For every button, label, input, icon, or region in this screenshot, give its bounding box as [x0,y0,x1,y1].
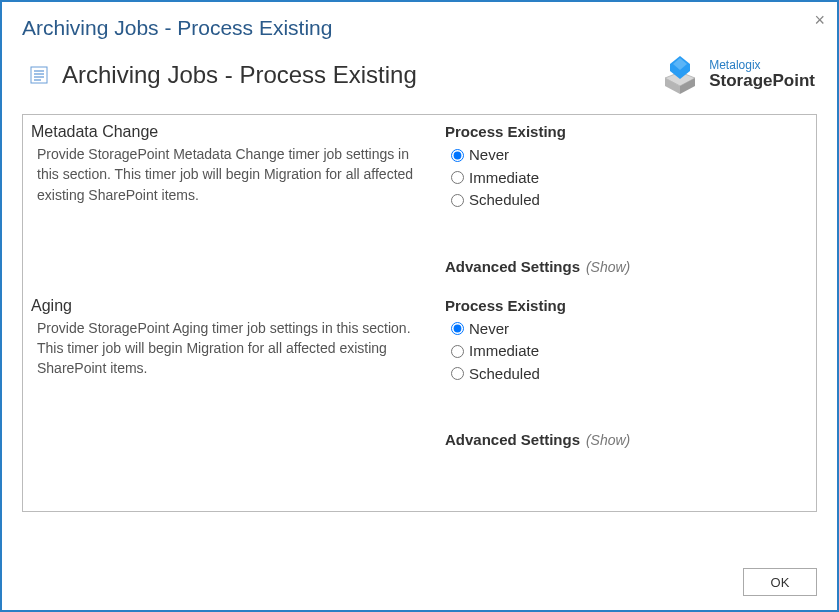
radio-immediate[interactable]: Immediate [445,167,802,190]
brand-line2: StoragePoint [709,72,815,91]
advanced-settings-label: Advanced Settings [445,431,580,448]
radio-scheduled[interactable]: Scheduled [445,363,802,386]
radio-scheduled[interactable]: Scheduled [445,189,802,212]
radio-never-label: Never [469,144,509,167]
header-left: Archiving Jobs - Process Existing [30,61,417,89]
dialog-footer: OK [743,568,817,596]
radio-immediate-label: Immediate [469,340,539,363]
radio-scheduled-input[interactable] [451,367,464,380]
advanced-settings-row: Advanced Settings (Show) [445,258,802,275]
radio-never-label: Never [469,318,509,341]
radio-never-input[interactable] [451,322,464,335]
document-icon [30,66,48,84]
section-description: Provide StoragePoint Metadata Change tim… [31,144,431,205]
ok-button[interactable]: OK [743,568,817,596]
advanced-settings-toggle[interactable]: (Show) [586,259,630,275]
advanced-settings-label: Advanced Settings [445,258,580,275]
process-existing-label: Process Existing [445,123,802,140]
section-left: Aging Provide StoragePoint Aging timer j… [27,293,437,449]
radio-never[interactable]: Never [445,318,802,341]
section-left: Metadata Change Provide StoragePoint Met… [27,119,437,275]
close-icon[interactable]: × [814,10,825,31]
radio-never-input[interactable] [451,149,464,162]
section-heading: Aging [31,297,431,315]
storagepoint-icon [659,54,701,96]
section-heading: Metadata Change [31,123,431,141]
radio-immediate-input[interactable] [451,171,464,184]
section-aging: Aging Provide StoragePoint Aging timer j… [23,289,816,449]
section-metadata-change: Metadata Change Provide StoragePoint Met… [23,115,816,275]
radio-never[interactable]: Never [445,144,802,167]
advanced-settings-row: Advanced Settings (Show) [445,431,802,448]
section-right: Process Existing Never Immediate Schedul… [437,293,812,449]
radio-scheduled-label: Scheduled [469,363,540,386]
radio-immediate-label: Immediate [469,167,539,190]
dialog-title: Archiving Jobs - Process Existing [2,2,837,48]
radio-scheduled-label: Scheduled [469,189,540,212]
settings-panel: Metadata Change Provide StoragePoint Met… [22,114,817,512]
header: Archiving Jobs - Process Existing Metalo… [2,48,837,106]
section-description: Provide StoragePoint Aging timer job set… [31,318,431,379]
section-right: Process Existing Never Immediate Schedul… [437,119,812,275]
radio-immediate[interactable]: Immediate [445,340,802,363]
page-title: Archiving Jobs - Process Existing [62,61,417,89]
brand-text: Metalogix StoragePoint [709,59,815,91]
radio-scheduled-input[interactable] [451,194,464,207]
process-existing-label: Process Existing [445,297,802,314]
brand-logo: Metalogix StoragePoint [659,54,815,96]
advanced-settings-toggle[interactable]: (Show) [586,432,630,448]
dialog-window: × Archiving Jobs - Process Existing Arch… [0,0,839,612]
radio-immediate-input[interactable] [451,345,464,358]
